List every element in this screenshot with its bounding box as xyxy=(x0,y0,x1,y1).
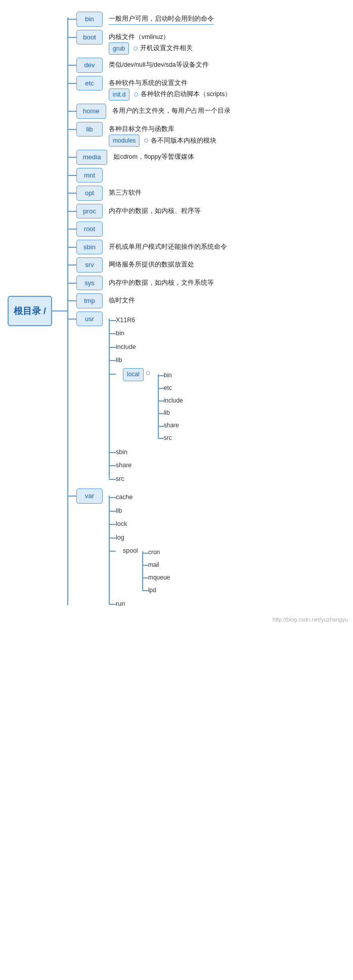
var-sub-lib: lib xyxy=(109,505,170,517)
var-sub-lock: lock xyxy=(109,518,170,530)
usr-sub-bin: bin xyxy=(109,328,183,339)
item-dev: dev 类似/dev/null与/dev/sda等设备文件 xyxy=(67,58,231,73)
lib-label: lib xyxy=(76,122,103,137)
local-sub-share: share xyxy=(158,420,183,431)
item-proc: proc 内存中的数据，如内核、程序等 xyxy=(67,204,231,219)
var-run-label: run xyxy=(116,598,125,610)
tmp-desc-line1: 临时文件 xyxy=(109,295,135,306)
lib-desc-line2: modules 各不同版本内核的模块 xyxy=(109,135,216,147)
local-sub-src: src xyxy=(158,432,183,444)
usr-local-label: local xyxy=(123,368,144,381)
spool-cron-label: cron xyxy=(148,547,160,558)
boot-desc: 内核文件（vmlinuz） grub 开机设置文件相关 xyxy=(109,30,193,55)
proc-desc-line1: 内存中的数据，如内核、程序等 xyxy=(109,206,201,216)
item-usr-content: usr X11R6 bin include xyxy=(76,311,183,485)
usr-sub-share-label: share xyxy=(116,460,131,471)
dot-sep3 xyxy=(144,139,148,143)
local-bin-label: bin xyxy=(164,370,172,381)
boot-label: boot xyxy=(76,30,103,45)
item-home-content: home 各用户的主文件夹，每用户占用一个目录 xyxy=(76,104,231,119)
usr-sub-bin-label: bin xyxy=(116,328,124,339)
usr-local-row: local bin etc xyxy=(116,368,183,444)
sbin-label: sbin xyxy=(76,240,103,255)
local-sub-bin: bin xyxy=(158,370,183,381)
item-boot: boot 内核文件（vmlinuz） grub 开机设置文件相关 xyxy=(67,30,231,55)
lib-subnode-modules: modules xyxy=(109,135,140,147)
media-desc-line1: 如cdrom，floppy等暂缓媒体 xyxy=(113,152,194,162)
var-spool-row: spool cron mail xyxy=(116,545,170,596)
spool-sub-cron: cron xyxy=(142,547,170,558)
root-connector xyxy=(52,310,67,311)
var-cache-label: cache xyxy=(116,492,133,503)
boot-desc-line2: grub 开机设置文件相关 xyxy=(109,42,193,55)
home-label: home xyxy=(76,104,106,119)
usr-sub-src-label: src xyxy=(116,473,124,485)
item-opt-content: opt 第三方软件 xyxy=(76,186,142,201)
item-mnt: mnt xyxy=(67,168,231,183)
usr-sub-sbin-label: sbin xyxy=(116,447,127,458)
spool-sub-mqueue: mqueue xyxy=(142,572,170,584)
usr-sub-sbin: sbin xyxy=(109,447,183,458)
item-tmp: tmp 临时文件 xyxy=(67,293,231,308)
spool-sub-lpd: lpd xyxy=(142,585,170,596)
root-dir-label: root xyxy=(76,221,103,237)
srv-label: srv xyxy=(76,257,103,273)
root-node: 根目录 / xyxy=(8,296,52,326)
item-dev-content: dev 类似/dev/null与/dev/sda等设备文件 xyxy=(76,58,209,73)
var-lock-label: lock xyxy=(116,518,127,530)
sbin-desc-line1: 开机或单用户模式时还能操作的系统命令 xyxy=(109,242,227,252)
diagram-container: 根目录 / bin 一般用户可用，启动时会用到的命令 xyxy=(0,0,353,628)
dot-sep xyxy=(134,47,138,51)
var-sub-run: run xyxy=(109,598,170,610)
bin-label: bin xyxy=(76,12,103,27)
sys-desc: 内存中的数据，如内核，文件系统等 xyxy=(109,276,214,288)
watermark: http://blog.csdn.net/yuzhangyu xyxy=(273,616,348,622)
srv-desc-line1: 网络服务所提供的数据放置处 xyxy=(109,259,194,270)
local-src-label: src xyxy=(164,432,172,444)
spool-subtree: cron mail mqueue lpd xyxy=(142,545,170,596)
etc-subnode-initd: init.d xyxy=(109,88,129,101)
item-usr: usr X11R6 bin include xyxy=(67,311,231,485)
usr-sub-include: include xyxy=(109,341,183,353)
usr-sub-local: local bin etc xyxy=(109,368,183,444)
media-desc: 如cdrom，floppy等暂缓媒体 xyxy=(113,150,194,162)
item-sys-content: sys 内存中的数据，如内核，文件系统等 xyxy=(76,276,214,291)
local-subtree: bin etc include lib xyxy=(158,368,183,444)
proc-label: proc xyxy=(76,204,103,219)
usr-sub-lib-label: lib xyxy=(116,354,122,366)
item-proc-content: proc 内存中的数据，如内核、程序等 xyxy=(76,204,201,219)
local-sub-include: include xyxy=(158,395,183,407)
etc-label: etc xyxy=(76,76,103,91)
lib-desc: 各种目标文件与函数库 modules 各不同版本内核的模块 xyxy=(109,122,216,147)
etc-desc-line1: 各种软件与系统的设置文件 xyxy=(109,78,231,88)
item-opt: opt 第三方软件 xyxy=(67,186,231,201)
local-sub-etc: etc xyxy=(158,382,183,394)
item-etc: etc 各种软件与系统的设置文件 init.d 各种软件的启动脚本（script… xyxy=(67,76,231,101)
local-etc-label: etc xyxy=(164,382,172,394)
item-media: media 如cdrom，floppy等暂缓媒体 xyxy=(67,150,231,165)
usr-sub-X11R6-label: X11R6 xyxy=(116,315,135,326)
var-sub-log: log xyxy=(109,532,170,544)
sys-desc-line1: 内存中的数据，如内核，文件系统等 xyxy=(109,278,214,288)
dev-desc-line1: 类似/dev/null与/dev/sda等设备文件 xyxy=(109,60,209,70)
lib-desc-line1: 各种目标文件与函数库 xyxy=(109,124,216,135)
var-label: var xyxy=(76,488,103,504)
mnt-label: mnt xyxy=(76,168,103,183)
item-sbin-content: sbin 开机或单用户模式时还能操作的系统命令 xyxy=(76,240,227,255)
item-media-content: media 如cdrom，floppy等暂缓媒体 xyxy=(76,150,194,165)
item-bin-content: bin 一般用户可用，启动时会用到的命令 xyxy=(76,12,214,27)
opt-desc-line1: 第三方软件 xyxy=(109,188,142,198)
var-log-label: log xyxy=(116,532,124,544)
item-lib: lib 各种目标文件与函数库 modules 各不同版本内核的模块 xyxy=(67,122,231,147)
local-include-label: include xyxy=(164,395,183,407)
home-desc-line1: 各用户的主文件夹，每用户占用一个目录 xyxy=(112,106,231,116)
spool-sub-mail: mail xyxy=(142,559,170,571)
opt-label: opt xyxy=(76,186,103,201)
spool-lpd-label: lpd xyxy=(148,585,156,596)
item-mnt-content: mnt xyxy=(76,168,103,183)
etc-desc: 各种软件与系统的设置文件 init.d 各种软件的启动脚本（scripts） xyxy=(109,76,231,101)
sbin-desc: 开机或单用户模式时还能操作的系统命令 xyxy=(109,240,227,252)
local-sub-lib: lib xyxy=(158,407,183,419)
local-share-label: share xyxy=(164,420,179,431)
var-spool-label: spool xyxy=(123,545,138,557)
